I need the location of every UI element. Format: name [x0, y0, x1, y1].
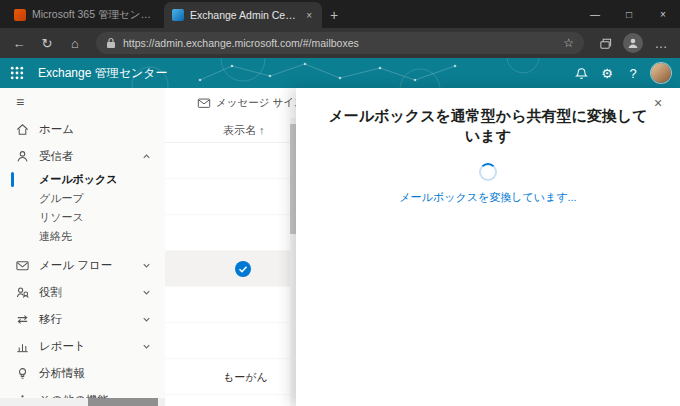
browser-tab-exchange[interactable]: Exchange Admin Center × — [164, 2, 322, 28]
table-row-selected[interactable] — [165, 251, 296, 287]
chevron-up-icon — [141, 151, 165, 162]
reports-icon — [15, 339, 30, 354]
new-tab-button[interactable]: + — [322, 3, 346, 27]
browser-profile-avatar[interactable] — [623, 33, 643, 53]
table-row[interactable] — [165, 143, 296, 179]
selected-check-icon[interactable] — [235, 261, 251, 277]
address-bar[interactable]: https://admin.exchange.microsoft.com/#/m… — [96, 32, 584, 54]
row-display-name: もーがん — [165, 359, 296, 395]
app-title: Exchange 管理センター — [38, 65, 168, 82]
browser-tab-strip: Microsoft 365 管理センター - Hom... Exchange A… — [0, 0, 680, 28]
nav-label: 移行 — [39, 312, 62, 327]
sidebar-item-home[interactable]: ホーム — [0, 116, 165, 143]
home-icon — [15, 122, 30, 137]
loading-spinner — [479, 163, 497, 181]
browser-menu-button[interactable]: … — [648, 30, 674, 56]
nav-collapse-button[interactable]: ≡ — [0, 88, 165, 116]
panel-status-text: メールボックスを変換しています... — [296, 190, 680, 205]
scrollbar-thumb[interactable] — [88, 398, 158, 406]
nav-label: 受信者 — [39, 149, 74, 164]
exchange-favicon-icon — [172, 9, 184, 21]
column-header-display-name[interactable]: 表示名 ↑ — [165, 118, 296, 143]
person-icon — [15, 149, 30, 164]
sidebar-item-groups[interactable]: グループ — [0, 189, 165, 208]
header-actions: ⚙ ? — [568, 58, 680, 88]
nav-label: ホーム — [39, 122, 74, 137]
nav-label: 役割 — [39, 285, 62, 300]
minimize-button[interactable]: — — [578, 0, 612, 28]
sidebar-item-roles[interactable]: 役割 — [0, 279, 165, 306]
table-row[interactable]: もーがん — [165, 359, 296, 395]
url-text: https://admin.exchange.microsoft.com/#/m… — [123, 37, 556, 49]
nav-label: メールボックス — [39, 172, 118, 187]
sidebar-item-resources[interactable]: リソース — [0, 208, 165, 227]
window-controls: — □ × — [578, 0, 680, 28]
browser-tab-m365[interactable]: Microsoft 365 管理センター - Hom... — [6, 2, 164, 28]
chevron-down-icon — [141, 314, 165, 325]
sidebar-item-contacts[interactable]: 連絡先 — [0, 227, 165, 246]
mail-flow-icon — [15, 258, 30, 273]
close-button[interactable]: × — [646, 0, 680, 28]
table-row[interactable] — [165, 395, 296, 406]
nav-label: レポート — [39, 339, 86, 354]
waffle-icon — [10, 66, 24, 80]
nav-label: グループ — [39, 191, 84, 206]
sidebar-item-mailboxes[interactable]: メールボックス — [0, 170, 165, 189]
sidebar-item-recipients[interactable]: 受信者 — [0, 143, 165, 170]
panel-close-icon[interactable]: × — [649, 94, 667, 112]
m365-favicon-icon — [14, 9, 26, 21]
table-row[interactable] — [165, 287, 296, 323]
convert-mailbox-panel: × メールボックスを通常型から共有型に変換しています メールボックスを変換してい… — [296, 88, 680, 406]
back-button[interactable]: ← — [6, 30, 32, 56]
nav-label: メール フロー — [39, 258, 112, 273]
sidebar-item-insights[interactable]: 分析情報 — [0, 360, 165, 387]
help-icon[interactable]: ? — [620, 58, 646, 88]
toolbar-item-message-size-limit[interactable]: メッセージ サイズの制限 — [165, 88, 296, 118]
browser-home-button[interactable]: ⌂ — [62, 30, 88, 56]
tab-title: Microsoft 365 管理センター - Hom... — [32, 8, 156, 22]
refresh-button[interactable]: ↻ — [34, 30, 60, 56]
lightbulb-icon — [15, 366, 30, 381]
tab-close-icon[interactable]: × — [304, 10, 314, 21]
mailbox-list: メッセージ サイズの制限 表示名 ↑ もーがん — [165, 88, 296, 406]
favorite-star-icon[interactable]: ☆ — [563, 36, 574, 50]
toolbar-label: メッセージ サイズの制限 — [216, 96, 296, 110]
notifications-bell-icon[interactable] — [568, 58, 594, 88]
tab-title: Exchange Admin Center — [190, 9, 298, 21]
app-content: ≡ ホーム 受信者 メールボックス グループ リソース 連絡 — [0, 88, 680, 406]
sidebar-item-migration[interactable]: 移行 — [0, 306, 165, 333]
chevron-down-icon — [141, 287, 165, 298]
lock-icon — [106, 37, 116, 49]
maximize-button[interactable]: □ — [612, 0, 646, 28]
chevron-down-icon — [141, 341, 165, 352]
app-launcher-button[interactable] — [0, 58, 34, 88]
sidebar-horizontal-scrollbar[interactable] — [0, 398, 165, 406]
nav-label: 連絡先 — [39, 229, 72, 244]
selected-indicator — [11, 172, 14, 187]
column-label: 表示名 — [223, 123, 256, 138]
app-header: Exchange 管理センター ⚙ ? — [0, 58, 680, 88]
sidebar-item-reports[interactable]: レポート — [0, 333, 165, 360]
sidebar-item-mail-flow[interactable]: メール フロー — [0, 252, 165, 279]
nav-label: 分析情報 — [39, 366, 85, 381]
roles-icon — [15, 285, 30, 300]
table-row[interactable] — [165, 179, 296, 215]
chevron-down-icon — [141, 260, 165, 271]
nav-label: リソース — [39, 210, 84, 225]
collections-icon[interactable] — [592, 30, 618, 56]
settings-gear-icon[interactable]: ⚙ — [594, 58, 620, 88]
panel-title: メールボックスを通常型から共有型に変換しています — [322, 106, 654, 147]
table-row[interactable] — [165, 323, 296, 359]
screen: { "browser": { "tabs": [ { "title": "Mic… — [0, 0, 680, 406]
user-avatar[interactable] — [651, 63, 671, 83]
message-size-icon — [197, 96, 211, 110]
sidebar-nav: ≡ ホーム 受信者 メールボックス グループ リソース 連絡 — [0, 88, 165, 406]
migration-icon — [15, 312, 30, 327]
sort-ascending-icon: ↑ — [259, 124, 265, 136]
browser-toolbar: ← ↻ ⌂ https://admin.exchange.microsoft.c… — [0, 28, 680, 58]
table-row[interactable] — [165, 215, 296, 251]
